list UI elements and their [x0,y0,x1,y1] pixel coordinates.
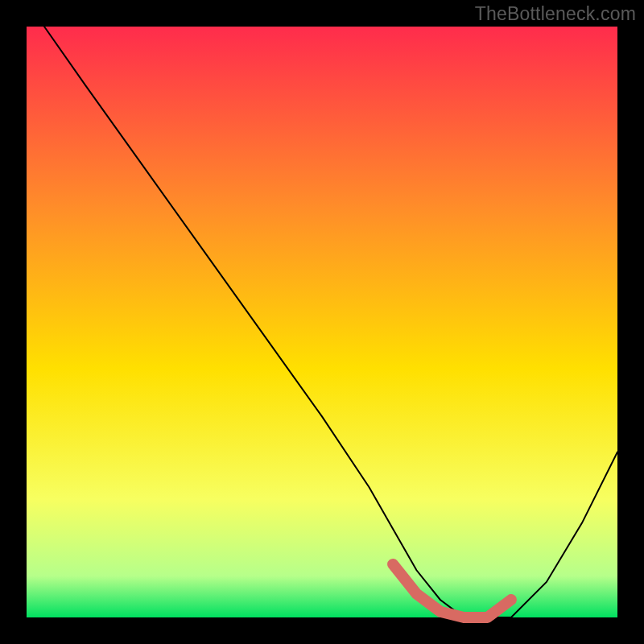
watermark-text: TheBottleneck.com [475,3,636,25]
chart-container: TheBottleneck.com [0,0,644,644]
plot-background [27,27,617,617]
bottleneck-chart [0,0,644,644]
